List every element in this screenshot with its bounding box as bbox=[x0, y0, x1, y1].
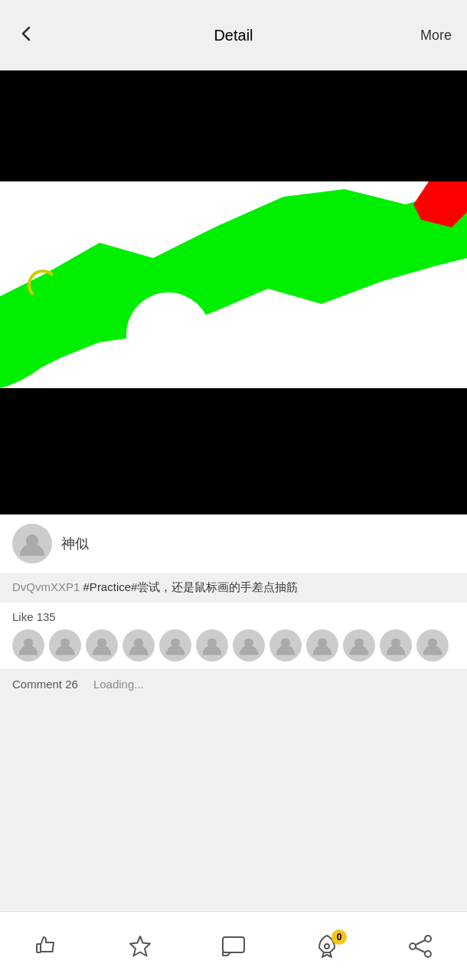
like-avatar bbox=[12, 629, 44, 662]
svg-point-2 bbox=[126, 292, 211, 377]
boost-button[interactable]: 0 bbox=[313, 933, 341, 960]
svg-marker-0 bbox=[0, 181, 467, 388]
star-icon bbox=[126, 933, 154, 960]
caption-section: DvQvmXXP1 #Practice#尝试，还是鼠标画的手差点抽筋 bbox=[0, 573, 467, 603]
page-title: Detail bbox=[214, 27, 253, 44]
like-avatar bbox=[269, 629, 302, 662]
avatar bbox=[12, 524, 52, 564]
share-button[interactable] bbox=[407, 933, 434, 960]
like-avatar bbox=[86, 629, 118, 662]
like-label: Like 135 bbox=[12, 610, 455, 623]
image-top-black bbox=[0, 70, 467, 181]
like-avatar bbox=[380, 629, 412, 662]
share-icon bbox=[407, 933, 434, 960]
user-section: 神似 bbox=[0, 514, 467, 573]
like-section: Like 135 bbox=[0, 603, 467, 669]
svg-marker-17 bbox=[130, 936, 150, 956]
post-image bbox=[0, 70, 467, 514]
svg-line-23 bbox=[416, 940, 425, 945]
svg-point-19 bbox=[325, 944, 329, 949]
like-avatar bbox=[416, 629, 449, 662]
svg-point-22 bbox=[425, 951, 431, 957]
comment-label: Comment 26 bbox=[12, 678, 78, 691]
like-avatar bbox=[306, 629, 338, 662]
like-button[interactable] bbox=[33, 933, 60, 960]
image-bottom-black bbox=[0, 388, 467, 514]
back-button[interactable] bbox=[15, 23, 37, 47]
comment-button[interactable] bbox=[220, 933, 247, 960]
svg-point-21 bbox=[410, 943, 416, 949]
loading-text: Loading... bbox=[93, 678, 144, 691]
loading-spinner bbox=[28, 270, 58, 300]
like-avatar bbox=[233, 629, 265, 662]
favorite-button[interactable] bbox=[126, 933, 154, 960]
header: Detail More bbox=[0, 0, 467, 70]
like-avatar bbox=[122, 629, 155, 662]
bottom-toolbar: 0 bbox=[0, 911, 467, 980]
svg-line-24 bbox=[416, 948, 425, 952]
like-avatar bbox=[159, 629, 191, 662]
like-avatar bbox=[196, 629, 228, 662]
image-middle bbox=[0, 181, 467, 388]
thumbs-up-icon bbox=[33, 933, 60, 960]
like-avatars bbox=[12, 629, 455, 662]
comment-section: Comment 26 Loading... bbox=[0, 669, 467, 698]
svg-rect-16 bbox=[37, 944, 41, 952]
chat-icon bbox=[220, 933, 247, 960]
more-button[interactable]: More bbox=[420, 28, 452, 44]
caption-username: DvQvmXXP1 bbox=[12, 580, 80, 593]
like-avatar bbox=[49, 629, 81, 662]
svg-point-20 bbox=[425, 936, 431, 942]
username: 神似 bbox=[61, 534, 89, 553]
boost-badge: 0 bbox=[331, 929, 347, 945]
caption-text: #Practice#尝试，还是鼠标画的手差点抽筋 bbox=[83, 580, 299, 593]
svg-rect-18 bbox=[223, 937, 244, 952]
like-avatar bbox=[343, 629, 375, 662]
